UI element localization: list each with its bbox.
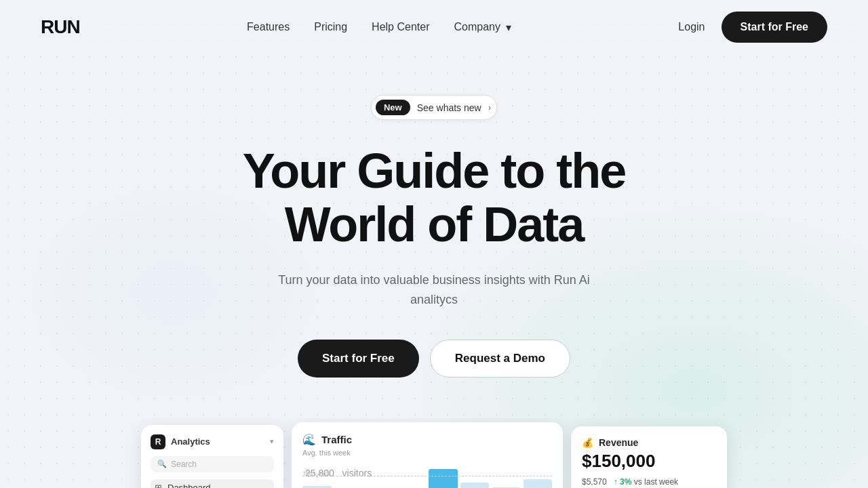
revenue-icon: 💰 — [582, 437, 593, 448]
nav-cta-button[interactable]: Start for Free — [722, 12, 827, 43]
sidebar-item-dashboard[interactable]: ⊞ Dashboard — [151, 479, 274, 488]
dashboard-icon: ⊞ — [155, 483, 162, 488]
sidebar-search-placeholder: Search — [171, 460, 197, 469]
revenue-header: 💰 Revenue — [582, 437, 716, 448]
hero-cta-primary[interactable]: Start for Free — [298, 340, 419, 378]
hero-subtitle: Turn your data into valuable business in… — [278, 270, 590, 310]
hero-title: Your Guide to the World of Data — [243, 144, 626, 251]
chevron-down-icon: ▾ — [506, 21, 511, 34]
brand-logo: RUN — [41, 16, 80, 38]
nav-features[interactable]: Features — [247, 21, 290, 33]
sidebar-search[interactable]: 🔍 Search — [151, 456, 274, 472]
sidebar-dashboard-label: Dashboard — [167, 483, 211, 488]
nav-links: Features Pricing Help Center Company ▾ — [247, 21, 511, 34]
sidebar-logo: R — [151, 434, 165, 449]
traffic-header: 🌊 Traffic — [302, 433, 552, 446]
search-icon: 🔍 — [157, 460, 167, 468]
sidebar-header: R Analytics ▾ — [151, 434, 274, 449]
hero-section: New See whats new › Your Guide to the Wo… — [0, 54, 868, 418]
avg-line — [302, 476, 552, 476]
revenue-sub: $5,570 ↑ 3% vs last week — [582, 477, 716, 487]
hero-cta-secondary[interactable]: Request a Demo — [430, 340, 570, 378]
hero-buttons: Start for Free Request a Demo — [298, 340, 570, 378]
avg-label: 7565 AVG — [302, 470, 330, 477]
traffic-title: Traffic — [321, 434, 352, 445]
badge-text: See whats new — [417, 102, 481, 113]
nav-company[interactable]: Company ▾ — [454, 21, 511, 34]
revenue-title: Revenue — [599, 437, 638, 448]
bar-chart: 7565 AVG — [292, 469, 563, 488]
bar-5 — [429, 469, 458, 488]
sidebar-analytics-title: Analytics — [171, 436, 270, 447]
revenue-card: 💰 Revenue $150,000 $5,570 ↑ 3% vs last w… — [571, 426, 727, 488]
new-pill: New — [376, 100, 410, 115]
login-button[interactable]: Login — [678, 21, 705, 33]
sidebar-card: R Analytics ▾ 🔍 Search ⊞ Dashboard — [141, 425, 283, 488]
navbar: RUN Features Pricing Help Center Company… — [0, 0, 868, 54]
nav-pricing[interactable]: Pricing — [314, 21, 347, 33]
traffic-avg-label: Avg. this week — [302, 449, 552, 457]
nav-right: Login Start for Free — [678, 12, 827, 43]
traffic-card: 🌊 Traffic Avg. this week 25,800 visitors… — [292, 422, 563, 488]
bar-8 — [524, 479, 553, 488]
revenue-change: ↑ 3% — [614, 477, 632, 487]
new-badge[interactable]: New See whats new › — [371, 95, 497, 120]
bar-6 — [460, 483, 490, 488]
dashboard-preview: R Analytics ▾ 🔍 Search ⊞ Dashboard 🌊 Tra… — [0, 418, 868, 488]
revenue-amount: $150,000 — [582, 451, 716, 472]
sidebar-chevron-icon: ▾ — [270, 437, 274, 446]
nav-help-center[interactable]: Help Center — [372, 21, 429, 33]
traffic-icon: 🌊 — [302, 433, 316, 446]
chevron-right-icon: › — [488, 102, 491, 113]
